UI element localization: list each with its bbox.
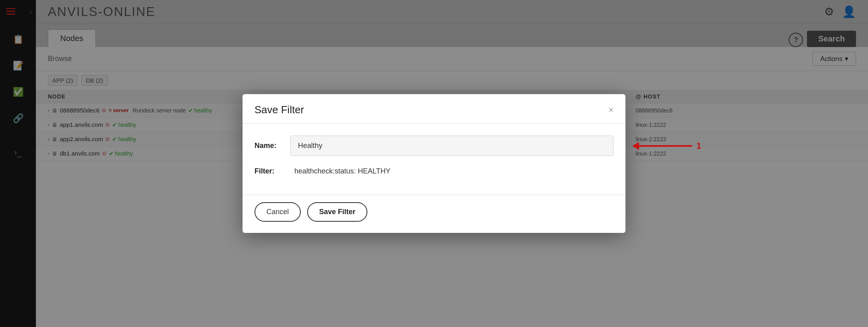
save-filter-button[interactable]: Save Filter	[307, 202, 367, 222]
name-input-wrap: 1	[290, 136, 614, 156]
filter-label: Filter:	[254, 167, 290, 175]
filter-form-row: Filter: healthcheck:status: HEALTHY	[254, 167, 614, 175]
annotation-number: 1	[696, 141, 701, 151]
name-input[interactable]	[290, 136, 614, 156]
name-form-row: Name: 1	[254, 136, 614, 156]
filter-value: healthcheck:status: HEALTHY	[290, 167, 391, 175]
modal-header: Save Filter ×	[243, 94, 625, 124]
cancel-button[interactable]: Cancel	[254, 202, 301, 222]
svg-marker-1	[632, 142, 639, 150]
modal-close-button[interactable]: ×	[608, 106, 614, 114]
modal-overlay[interactable]: Save Filter × Name:	[0, 0, 868, 327]
arrow-annotation-svg	[630, 139, 694, 153]
modal-body: Name: 1 Fi	[243, 124, 625, 195]
modal-title: Save Filter	[254, 104, 304, 116]
save-filter-modal: Save Filter × Name:	[243, 94, 625, 233]
modal-footer: Cancel Save Filter	[243, 195, 625, 233]
name-label: Name:	[254, 142, 290, 150]
